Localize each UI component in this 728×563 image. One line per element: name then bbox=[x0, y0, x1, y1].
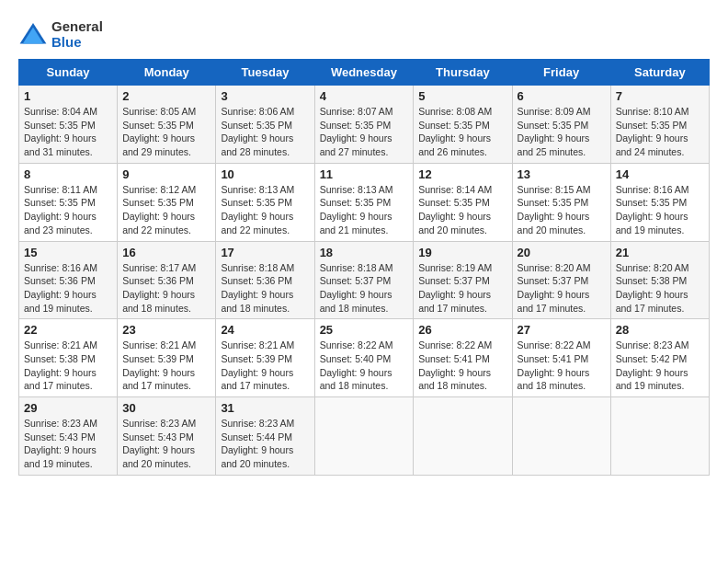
calendar-day-cell: 15 Sunrise: 8:16 AM Sunset: 5:36 PM Dayl… bbox=[19, 241, 118, 319]
calendar-day-cell: 17 Sunrise: 8:18 AM Sunset: 5:36 PM Dayl… bbox=[216, 241, 314, 319]
weekday-header-row: SundayMondayTuesdayWednesdayThursdayFrid… bbox=[19, 60, 710, 86]
day-number: 5 bbox=[418, 89, 506, 103]
day-info: Sunrise: 8:15 AM Sunset: 5:35 PM Dayligh… bbox=[518, 183, 606, 237]
calendar-day-cell: 7 Sunrise: 8:10 AM Sunset: 5:35 PM Dayli… bbox=[610, 86, 709, 164]
day-number: 11 bbox=[320, 167, 409, 181]
day-info: Sunrise: 8:09 AM Sunset: 5:35 PM Dayligh… bbox=[518, 105, 606, 159]
calendar-day-cell: 10 Sunrise: 8:13 AM Sunset: 5:35 PM Dayl… bbox=[216, 163, 314, 241]
day-info: Sunrise: 8:11 AM Sunset: 5:35 PM Dayligh… bbox=[24, 183, 112, 237]
day-info: Sunrise: 8:16 AM Sunset: 5:36 PM Dayligh… bbox=[24, 261, 112, 316]
calendar-day-cell: 21 Sunrise: 8:20 AM Sunset: 5:38 PM Dayl… bbox=[610, 241, 709, 319]
logo-text: General Blue bbox=[51, 18, 103, 50]
day-number: 6 bbox=[518, 89, 606, 103]
day-info: Sunrise: 8:23 AM Sunset: 5:43 PM Dayligh… bbox=[122, 417, 210, 471]
day-number: 29 bbox=[24, 401, 112, 415]
day-number: 19 bbox=[418, 246, 506, 259]
calendar-day-cell: 1 Sunrise: 8:04 AM Sunset: 5:35 PM Dayli… bbox=[19, 86, 118, 164]
day-info: Sunrise: 8:22 AM Sunset: 5:41 PM Dayligh… bbox=[518, 339, 606, 393]
day-info: Sunrise: 8:18 AM Sunset: 5:37 PM Dayligh… bbox=[320, 261, 409, 316]
day-info: Sunrise: 8:23 AM Sunset: 5:44 PM Dayligh… bbox=[221, 417, 309, 471]
weekday-header: Friday bbox=[512, 60, 610, 86]
calendar-day-cell: 4 Sunrise: 8:07 AM Sunset: 5:35 PM Dayli… bbox=[314, 86, 414, 164]
calendar-day-cell: 30 Sunrise: 8:23 AM Sunset: 5:43 PM Dayl… bbox=[118, 397, 216, 476]
calendar-day-cell bbox=[314, 397, 414, 476]
calendar-day-cell bbox=[610, 397, 709, 476]
weekday-header: Wednesday bbox=[314, 60, 414, 86]
calendar-week-row: 29 Sunrise: 8:23 AM Sunset: 5:43 PM Dayl… bbox=[19, 397, 710, 476]
calendar-day-cell: 9 Sunrise: 8:12 AM Sunset: 5:35 PM Dayli… bbox=[118, 163, 216, 241]
logo-icon bbox=[18, 21, 48, 47]
day-info: Sunrise: 8:04 AM Sunset: 5:35 PM Dayligh… bbox=[24, 105, 112, 159]
day-info: Sunrise: 8:13 AM Sunset: 5:35 PM Dayligh… bbox=[221, 183, 309, 237]
day-info: Sunrise: 8:18 AM Sunset: 5:36 PM Dayligh… bbox=[221, 261, 309, 316]
day-info: Sunrise: 8:14 AM Sunset: 5:35 PM Dayligh… bbox=[418, 183, 506, 237]
day-info: Sunrise: 8:22 AM Sunset: 5:40 PM Dayligh… bbox=[320, 339, 409, 393]
calendar-day-cell: 8 Sunrise: 8:11 AM Sunset: 5:35 PM Dayli… bbox=[19, 163, 118, 241]
day-info: Sunrise: 8:23 AM Sunset: 5:42 PM Dayligh… bbox=[616, 339, 704, 393]
day-number: 20 bbox=[518, 246, 606, 259]
day-number: 26 bbox=[418, 323, 506, 337]
day-number: 27 bbox=[518, 323, 606, 337]
day-number: 13 bbox=[518, 167, 606, 181]
calendar-day-cell: 25 Sunrise: 8:22 AM Sunset: 5:40 PM Dayl… bbox=[314, 319, 414, 397]
calendar-week-row: 8 Sunrise: 8:11 AM Sunset: 5:35 PM Dayli… bbox=[19, 163, 710, 241]
day-info: Sunrise: 8:12 AM Sunset: 5:35 PM Dayligh… bbox=[122, 183, 210, 237]
calendar-day-cell: 13 Sunrise: 8:15 AM Sunset: 5:35 PM Dayl… bbox=[512, 163, 610, 241]
calendar-day-cell: 22 Sunrise: 8:21 AM Sunset: 5:38 PM Dayl… bbox=[19, 319, 118, 397]
day-info: Sunrise: 8:20 AM Sunset: 5:37 PM Dayligh… bbox=[518, 261, 606, 316]
day-number: 25 bbox=[320, 323, 409, 337]
calendar-day-cell: 28 Sunrise: 8:23 AM Sunset: 5:42 PM Dayl… bbox=[610, 319, 709, 397]
day-info: Sunrise: 8:10 AM Sunset: 5:35 PM Dayligh… bbox=[616, 105, 704, 159]
calendar-day-cell: 11 Sunrise: 8:13 AM Sunset: 5:35 PM Dayl… bbox=[314, 163, 414, 241]
calendar-day-cell: 19 Sunrise: 8:19 AM Sunset: 5:37 PM Dayl… bbox=[414, 241, 512, 319]
day-info: Sunrise: 8:23 AM Sunset: 5:43 PM Dayligh… bbox=[24, 417, 112, 471]
day-number: 28 bbox=[616, 323, 704, 337]
logo: General Blue bbox=[18, 18, 103, 50]
weekday-header: Thursday bbox=[414, 60, 512, 86]
day-number: 4 bbox=[320, 89, 409, 103]
page-header: General Blue bbox=[18, 18, 710, 50]
calendar-day-cell: 2 Sunrise: 8:05 AM Sunset: 5:35 PM Dayli… bbox=[118, 86, 216, 164]
day-number: 1 bbox=[24, 89, 112, 103]
day-info: Sunrise: 8:16 AM Sunset: 5:35 PM Dayligh… bbox=[616, 183, 704, 237]
day-number: 31 bbox=[221, 401, 309, 415]
day-info: Sunrise: 8:05 AM Sunset: 5:35 PM Dayligh… bbox=[122, 105, 210, 159]
day-number: 7 bbox=[616, 89, 704, 103]
calendar-day-cell: 26 Sunrise: 8:22 AM Sunset: 5:41 PM Dayl… bbox=[414, 319, 512, 397]
day-number: 18 bbox=[320, 246, 409, 259]
calendar-week-row: 22 Sunrise: 8:21 AM Sunset: 5:38 PM Dayl… bbox=[19, 319, 710, 397]
calendar-day-cell bbox=[414, 397, 512, 476]
weekday-header: Tuesday bbox=[216, 60, 314, 86]
calendar-day-cell: 24 Sunrise: 8:21 AM Sunset: 5:39 PM Dayl… bbox=[216, 319, 314, 397]
calendar-day-cell: 16 Sunrise: 8:17 AM Sunset: 5:36 PM Dayl… bbox=[118, 241, 216, 319]
day-number: 16 bbox=[122, 246, 210, 259]
day-number: 2 bbox=[122, 89, 210, 103]
day-info: Sunrise: 8:21 AM Sunset: 5:39 PM Dayligh… bbox=[221, 339, 309, 393]
calendar-day-cell: 3 Sunrise: 8:06 AM Sunset: 5:35 PM Dayli… bbox=[216, 86, 314, 164]
day-number: 21 bbox=[616, 246, 704, 259]
day-info: Sunrise: 8:22 AM Sunset: 5:41 PM Dayligh… bbox=[418, 339, 506, 393]
day-number: 3 bbox=[221, 89, 309, 103]
calendar-day-cell: 6 Sunrise: 8:09 AM Sunset: 5:35 PM Dayli… bbox=[512, 86, 610, 164]
calendar-day-cell bbox=[512, 397, 610, 476]
day-number: 12 bbox=[418, 167, 506, 181]
calendar-day-cell: 14 Sunrise: 8:16 AM Sunset: 5:35 PM Dayl… bbox=[610, 163, 709, 241]
weekday-header: Saturday bbox=[610, 60, 709, 86]
calendar-day-cell: 20 Sunrise: 8:20 AM Sunset: 5:37 PM Dayl… bbox=[512, 241, 610, 319]
day-number: 22 bbox=[24, 323, 112, 337]
day-number: 14 bbox=[616, 167, 704, 181]
day-info: Sunrise: 8:20 AM Sunset: 5:38 PM Dayligh… bbox=[616, 261, 704, 316]
calendar-day-cell: 29 Sunrise: 8:23 AM Sunset: 5:43 PM Dayl… bbox=[19, 397, 118, 476]
weekday-header: Monday bbox=[118, 60, 216, 86]
day-number: 15 bbox=[24, 246, 112, 259]
day-number: 10 bbox=[221, 167, 309, 181]
day-number: 30 bbox=[122, 401, 210, 415]
calendar-day-cell: 23 Sunrise: 8:21 AM Sunset: 5:39 PM Dayl… bbox=[118, 319, 216, 397]
calendar-day-cell: 18 Sunrise: 8:18 AM Sunset: 5:37 PM Dayl… bbox=[314, 241, 414, 319]
day-info: Sunrise: 8:13 AM Sunset: 5:35 PM Dayligh… bbox=[320, 183, 409, 237]
weekday-header: Sunday bbox=[19, 60, 118, 86]
day-info: Sunrise: 8:21 AM Sunset: 5:38 PM Dayligh… bbox=[24, 339, 112, 393]
day-info: Sunrise: 8:21 AM Sunset: 5:39 PM Dayligh… bbox=[122, 339, 210, 393]
calendar-day-cell: 5 Sunrise: 8:08 AM Sunset: 5:35 PM Dayli… bbox=[414, 86, 512, 164]
day-number: 17 bbox=[221, 246, 309, 259]
